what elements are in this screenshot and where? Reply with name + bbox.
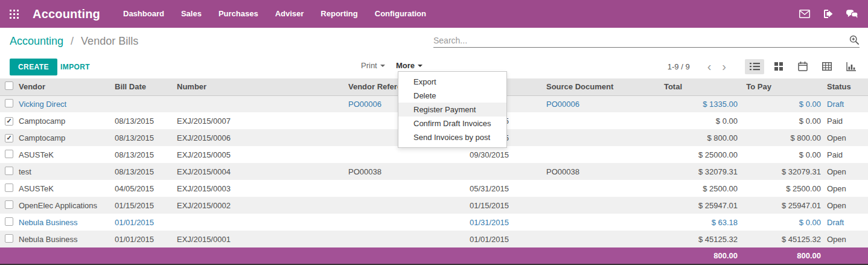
cell-total[interactable]: $ 1335.00 (640, 95, 742, 112)
row-checkbox[interactable] (5, 234, 13, 243)
search-zoom-icon[interactable] (849, 35, 860, 45)
nav-item-sales[interactable]: Sales (173, 0, 210, 28)
cell-bill-date[interactable]: 08/13/2015 (115, 146, 177, 163)
create-button[interactable]: CREATE (10, 59, 57, 75)
cell-number[interactable]: EXJ/2015/0007 (177, 112, 348, 129)
cell-source-doc[interactable]: PO00038 (512, 163, 640, 180)
nav-item-adviser[interactable]: Adviser (267, 0, 313, 28)
cell-total[interactable]: $ 45125.32 (640, 231, 742, 247)
search-input[interactable] (433, 36, 849, 45)
cell-source-doc[interactable]: PO00006 (512, 95, 640, 112)
cell-bill-date[interactable]: 08/13/2015 (115, 112, 177, 129)
cell-total[interactable]: $ 800.00 (640, 129, 742, 146)
cell-to-pay[interactable]: $ 0.00 (742, 95, 825, 112)
cell-vendor[interactable]: test (17, 163, 115, 180)
cell-bill-date[interactable]: 08/13/2015 (115, 129, 177, 146)
cell-vendor[interactable]: Nebula Business (17, 214, 115, 231)
cell-due-date[interactable]: 09/30/2015 (430, 146, 512, 163)
pager-next-button[interactable]: › (716, 60, 732, 72)
cell-bill-date[interactable]: 01/01/2015 (115, 214, 177, 231)
cell-vendor-ref[interactable] (348, 197, 430, 214)
dropdown-item-export[interactable]: Export (398, 75, 506, 89)
list-view-icon[interactable] (745, 59, 764, 74)
select-all-checkbox[interactable] (5, 81, 13, 90)
dropdown-item-send-invoices-by-post[interactable]: Send Invoices by post (398, 130, 506, 144)
cell-to-pay[interactable]: $ 0.00 (742, 146, 825, 163)
column-header-number[interactable]: Number (177, 78, 348, 95)
cell-to-pay[interactable]: $ 45125.32 (742, 231, 825, 247)
cell-bill-date[interactable] (115, 95, 177, 112)
cell-vendor[interactable]: Camptocamp (17, 112, 115, 129)
cell-to-pay[interactable]: $ 800.00 (742, 129, 825, 146)
cell-due-date[interactable]: 01/15/2015 (430, 197, 512, 214)
print-menu-button[interactable]: Print (361, 61, 385, 70)
cell-total[interactable]: $ 63.18 (640, 214, 742, 231)
cell-to-pay[interactable]: $ 32079.31 (742, 163, 825, 180)
cell-vendor[interactable]: Vicking Direct (17, 95, 115, 112)
cell-due-date[interactable]: 01/01/2015 (430, 231, 512, 247)
cell-bill-date[interactable]: 01/15/2015 (115, 197, 177, 214)
cell-status[interactable]: Paid (825, 112, 868, 129)
cell-vendor-ref[interactable] (348, 214, 430, 231)
cell-vendor[interactable]: Camptocamp (17, 129, 115, 146)
dropdown-item-register-payment[interactable]: Register Payment (398, 103, 506, 117)
cell-status[interactable]: Open (825, 163, 868, 180)
cell-status[interactable]: Open (825, 197, 868, 214)
cell-number[interactable]: EXJ/2015/0002 (177, 197, 348, 214)
cell-vendor-ref[interactable] (348, 146, 430, 163)
cell-total[interactable]: $ 0.00 (640, 112, 742, 129)
row-checkbox[interactable] (5, 217, 13, 226)
messages-envelope-icon[interactable] (799, 10, 810, 18)
table-row[interactable]: ASUSTeK04/05/2015EXJ/2015/000305/31/2015… (0, 180, 868, 197)
dropdown-item-delete[interactable]: Delete (398, 89, 506, 103)
cell-number[interactable]: EXJ/2015/0005 (177, 146, 348, 163)
row-checkbox[interactable] (5, 167, 13, 175)
column-header-total[interactable]: Total (640, 78, 742, 95)
kanban-view-icon[interactable] (769, 59, 788, 74)
breadcrumb-accounting-link[interactable]: Accounting (10, 35, 63, 47)
cell-status[interactable]: Paid (825, 146, 868, 163)
cell-status[interactable]: Draft (825, 95, 868, 112)
nav-item-dashboard[interactable]: Dashboard (115, 0, 173, 28)
cell-vendor-ref[interactable] (348, 231, 430, 247)
column-header-vendor[interactable]: Vendor (17, 78, 115, 95)
cell-number[interactable]: EXJ/2015/0004 (177, 163, 348, 180)
cell-bill-date[interactable]: 04/05/2015 (115, 180, 177, 197)
cell-total[interactable]: $ 32079.31 (640, 163, 742, 180)
cell-source-doc[interactable] (512, 231, 640, 247)
logout-icon[interactable] (823, 9, 833, 19)
cell-number[interactable]: EXJ/2015/0001 (177, 231, 348, 247)
apps-grid-icon[interactable] (0, 0, 28, 28)
cell-vendor[interactable]: ASUSTeK (17, 146, 115, 163)
cell-total[interactable]: $ 25947.01 (640, 197, 742, 214)
nav-item-purchases[interactable]: Purchases (210, 0, 267, 28)
cell-source-doc[interactable] (512, 112, 640, 129)
cell-status[interactable]: Open (825, 231, 868, 247)
cell-to-pay[interactable]: $ 0.00 (742, 112, 825, 129)
cell-source-doc[interactable] (512, 146, 640, 163)
graph-view-icon[interactable] (841, 59, 861, 74)
cell-source-doc[interactable] (512, 180, 640, 197)
cell-vendor-ref[interactable]: PO00038 (348, 163, 430, 180)
cell-to-pay[interactable]: $ 0.00 (742, 214, 825, 231)
table-row[interactable]: Nebula Business01/01/201501/31/2015$ 63.… (0, 214, 868, 231)
calendar-view-icon[interactable] (793, 59, 812, 74)
pager-previous-button[interactable]: ‹ (702, 60, 717, 72)
table-row[interactable]: ASUSTeK08/13/2015EXJ/2015/000509/30/2015… (0, 146, 868, 163)
cell-status[interactable]: Open (825, 129, 868, 146)
column-header-source-doc[interactable]: Source Document (512, 78, 640, 95)
table-row[interactable]: OpenElec Applications01/15/2015EXJ/2015/… (0, 197, 868, 214)
cell-number[interactable] (177, 214, 348, 231)
more-menu-button[interactable]: More (396, 61, 423, 70)
cell-due-date[interactable] (430, 163, 512, 180)
cell-vendor[interactable]: OpenElec Applications (17, 197, 115, 214)
cell-vendor-ref[interactable] (348, 180, 430, 197)
dropdown-item-confirm-draft-invoices[interactable]: Confirm Draft Invoices (398, 117, 506, 130)
cell-number[interactable]: EXJ/2015/0003 (177, 180, 348, 197)
column-header-status[interactable]: Status (825, 78, 868, 95)
pivot-view-icon[interactable] (817, 59, 837, 74)
table-row[interactable]: test08/13/2015EXJ/2015/0004PO00038PO0003… (0, 163, 868, 180)
chat-bubbles-icon[interactable] (846, 9, 858, 19)
import-button[interactable]: IMPORT (60, 63, 90, 71)
cell-due-date[interactable]: 01/31/2015 (430, 214, 512, 231)
